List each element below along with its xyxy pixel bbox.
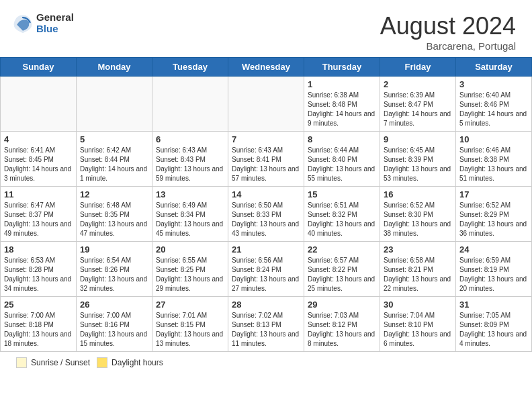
- calendar-day-cell: 20Sunrise: 6:55 AM Sunset: 8:25 PM Dayli…: [152, 242, 228, 297]
- calendar-day-cell: 27Sunrise: 7:01 AM Sunset: 8:15 PM Dayli…: [152, 297, 228, 352]
- day-number: 29: [308, 300, 376, 310]
- day-number: 21: [232, 244, 300, 255]
- calendar-day-cell: 18Sunrise: 6:53 AM Sunset: 8:28 PM Dayli…: [1, 242, 77, 297]
- day-number: 22: [308, 244, 376, 255]
- logo-blue: Blue: [36, 24, 74, 35]
- calendar-day-cell: 12Sunrise: 6:48 AM Sunset: 8:35 PM Dayli…: [77, 187, 152, 242]
- day-info: Sunrise: 6:51 AM Sunset: 8:32 PM Dayligh…: [308, 201, 376, 238]
- sunrise-legend-box: [16, 357, 27, 368]
- day-info: Sunrise: 7:00 AM Sunset: 8:18 PM Dayligh…: [4, 311, 73, 349]
- day-info: Sunrise: 6:49 AM Sunset: 8:34 PM Dayligh…: [156, 201, 224, 238]
- day-number: 19: [80, 244, 148, 255]
- day-info: Sunrise: 6:39 AM Sunset: 8:47 PM Dayligh…: [384, 91, 452, 128]
- title-block: August 2024 Barcarena, Portugal: [380, 12, 516, 52]
- day-number: 10: [459, 134, 528, 144]
- calendar-day-cell: 29Sunrise: 7:03 AM Sunset: 8:12 PM Dayli…: [304, 297, 380, 352]
- calendar-day-cell: 16Sunrise: 6:52 AM Sunset: 8:30 PM Dayli…: [380, 187, 456, 242]
- day-number: 31: [459, 300, 528, 310]
- calendar-day-cell: 28Sunrise: 7:02 AM Sunset: 8:13 PM Dayli…: [228, 297, 304, 352]
- calendar-day-cell: 11Sunrise: 6:47 AM Sunset: 8:37 PM Dayli…: [1, 187, 77, 242]
- day-number: 20: [156, 244, 224, 255]
- location: Barcarena, Portugal: [380, 40, 516, 52]
- calendar-table: SundayMondayTuesdayWednesdayThursdayFrid…: [0, 57, 532, 352]
- day-number: 30: [384, 300, 452, 310]
- day-info: Sunrise: 6:57 AM Sunset: 8:22 PM Dayligh…: [308, 256, 376, 293]
- weekday-header: Friday: [380, 58, 456, 77]
- day-info: Sunrise: 6:59 AM Sunset: 8:19 PM Dayligh…: [459, 256, 528, 293]
- day-number: 16: [384, 189, 452, 199]
- day-number: 25: [4, 300, 73, 310]
- logo-general: General: [36, 12, 74, 24]
- day-info: Sunrise: 6:46 AM Sunset: 8:38 PM Dayligh…: [459, 146, 528, 183]
- day-info: Sunrise: 7:05 AM Sunset: 8:09 PM Dayligh…: [459, 311, 528, 349]
- calendar-day-cell: [228, 77, 304, 132]
- day-info: Sunrise: 6:43 AM Sunset: 8:43 PM Dayligh…: [156, 146, 224, 183]
- day-number: 18: [4, 244, 73, 255]
- calendar-week-row: 4Sunrise: 6:41 AM Sunset: 8:45 PM Daylig…: [1, 132, 532, 187]
- logo: General Blue: [12, 12, 74, 34]
- day-number: 1: [308, 79, 376, 89]
- day-number: 3: [459, 79, 528, 89]
- calendar-day-cell: 3Sunrise: 6:40 AM Sunset: 8:46 PM Daylig…: [456, 77, 532, 132]
- day-info: Sunrise: 6:43 AM Sunset: 8:41 PM Dayligh…: [232, 146, 300, 183]
- day-number: 14: [232, 189, 300, 199]
- weekday-header: Wednesday: [228, 58, 304, 77]
- day-info: Sunrise: 6:52 AM Sunset: 8:29 PM Dayligh…: [459, 201, 528, 238]
- calendar-day-cell: 25Sunrise: 7:00 AM Sunset: 8:18 PM Dayli…: [1, 297, 77, 352]
- day-info: Sunrise: 6:54 AM Sunset: 8:26 PM Dayligh…: [80, 256, 148, 293]
- daylight-legend-label: Daylight hours: [112, 358, 163, 367]
- legend-daylight: Daylight hours: [97, 357, 163, 368]
- calendar-day-cell: 23Sunrise: 6:58 AM Sunset: 8:21 PM Dayli…: [380, 242, 456, 297]
- day-info: Sunrise: 6:41 AM Sunset: 8:45 PM Dayligh…: [4, 146, 73, 183]
- calendar-day-cell: 13Sunrise: 6:49 AM Sunset: 8:34 PM Dayli…: [152, 187, 228, 242]
- calendar-week-row: 1Sunrise: 6:38 AM Sunset: 8:48 PM Daylig…: [1, 77, 532, 132]
- day-number: 8: [308, 134, 376, 144]
- day-info: Sunrise: 6:42 AM Sunset: 8:44 PM Dayligh…: [80, 146, 148, 183]
- logo-icon: [12, 13, 34, 34]
- day-number: 28: [232, 300, 300, 310]
- calendar-day-cell: 30Sunrise: 7:04 AM Sunset: 8:10 PM Dayli…: [380, 297, 456, 352]
- day-info: Sunrise: 7:02 AM Sunset: 8:13 PM Dayligh…: [232, 311, 300, 349]
- weekday-header: Monday: [77, 58, 152, 77]
- day-number: 5: [80, 134, 148, 144]
- calendar-week-row: 11Sunrise: 6:47 AM Sunset: 8:37 PM Dayli…: [1, 187, 532, 242]
- calendar-day-cell: 19Sunrise: 6:54 AM Sunset: 8:26 PM Dayli…: [77, 242, 152, 297]
- sunrise-legend-label: Sunrise / Sunset: [31, 358, 90, 367]
- logo-text: General Blue: [36, 12, 74, 34]
- month-year: August 2024: [380, 12, 516, 40]
- weekday-header: Saturday: [456, 58, 532, 77]
- day-number: 17: [459, 189, 528, 199]
- calendar-day-cell: 15Sunrise: 6:51 AM Sunset: 8:32 PM Dayli…: [304, 187, 380, 242]
- calendar-day-cell: 8Sunrise: 6:44 AM Sunset: 8:40 PM Daylig…: [304, 132, 380, 187]
- day-info: Sunrise: 6:58 AM Sunset: 8:21 PM Dayligh…: [384, 256, 452, 293]
- calendar-day-cell: [1, 77, 77, 132]
- page-header: General Blue August 2024 Barcarena, Port…: [0, 0, 532, 57]
- day-number: 12: [80, 189, 148, 199]
- day-info: Sunrise: 6:56 AM Sunset: 8:24 PM Dayligh…: [232, 256, 300, 293]
- legend-sunrise: Sunrise / Sunset: [16, 357, 90, 368]
- calendar-week-row: 25Sunrise: 7:00 AM Sunset: 8:18 PM Dayli…: [1, 297, 532, 352]
- day-number: 13: [156, 189, 224, 199]
- day-info: Sunrise: 6:38 AM Sunset: 8:48 PM Dayligh…: [308, 91, 376, 128]
- day-number: 27: [156, 300, 224, 310]
- calendar-day-cell: 21Sunrise: 6:56 AM Sunset: 8:24 PM Dayli…: [228, 242, 304, 297]
- calendar-day-cell: 17Sunrise: 6:52 AM Sunset: 8:29 PM Dayli…: [456, 187, 532, 242]
- day-info: Sunrise: 6:55 AM Sunset: 8:25 PM Dayligh…: [156, 256, 224, 293]
- calendar-day-cell: 2Sunrise: 6:39 AM Sunset: 8:47 PM Daylig…: [380, 77, 456, 132]
- day-info: Sunrise: 7:03 AM Sunset: 8:12 PM Dayligh…: [308, 311, 376, 349]
- day-info: Sunrise: 6:52 AM Sunset: 8:30 PM Dayligh…: [384, 201, 452, 238]
- calendar-week-row: 18Sunrise: 6:53 AM Sunset: 8:28 PM Dayli…: [1, 242, 532, 297]
- calendar-day-cell: 14Sunrise: 6:50 AM Sunset: 8:33 PM Dayli…: [228, 187, 304, 242]
- footer: Sunrise / Sunset Daylight hours: [0, 352, 532, 373]
- day-info: Sunrise: 6:53 AM Sunset: 8:28 PM Dayligh…: [4, 256, 73, 293]
- day-info: Sunrise: 7:04 AM Sunset: 8:10 PM Dayligh…: [384, 311, 452, 349]
- calendar-header-row: SundayMondayTuesdayWednesdayThursdayFrid…: [1, 58, 532, 77]
- day-number: 15: [308, 189, 376, 199]
- calendar-day-cell: 5Sunrise: 6:42 AM Sunset: 8:44 PM Daylig…: [77, 132, 152, 187]
- day-info: Sunrise: 6:40 AM Sunset: 8:46 PM Dayligh…: [459, 91, 528, 128]
- day-info: Sunrise: 6:45 AM Sunset: 8:39 PM Dayligh…: [384, 146, 452, 183]
- day-number: 2: [384, 79, 452, 89]
- calendar-day-cell: 1Sunrise: 6:38 AM Sunset: 8:48 PM Daylig…: [304, 77, 380, 132]
- calendar-day-cell: 26Sunrise: 7:00 AM Sunset: 8:16 PM Dayli…: [77, 297, 152, 352]
- day-info: Sunrise: 6:44 AM Sunset: 8:40 PM Dayligh…: [308, 146, 376, 183]
